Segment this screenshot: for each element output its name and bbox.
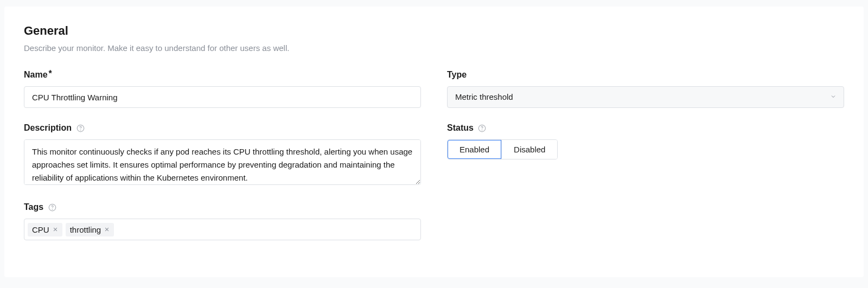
svg-point-3 xyxy=(52,209,53,209)
type-select[interactable]: Metric threshold xyxy=(447,86,844,108)
description-field-group: Description xyxy=(24,123,421,187)
question-circle-icon[interactable] xyxy=(48,203,56,212)
form-col-left: Name* Description Tags xyxy=(24,70,421,255)
section-title: General xyxy=(24,24,844,38)
type-label-row: Type xyxy=(447,70,844,80)
svg-point-1 xyxy=(80,130,81,130)
description-textarea[interactable] xyxy=(24,139,421,185)
status-field-group: Status Enabled Disabled xyxy=(447,123,844,159)
description-label: Description xyxy=(24,123,72,133)
name-label: Name* xyxy=(24,70,52,80)
tag-chip: CPU xyxy=(28,223,62,236)
tags-field-group: Tags CPU throttling xyxy=(24,202,421,240)
tag-chip-label: throttling xyxy=(70,225,101,234)
type-label: Type xyxy=(447,70,467,80)
name-label-row: Name* xyxy=(24,70,421,80)
tag-chip-label: CPU xyxy=(32,225,49,234)
status-disabled-button[interactable]: Disabled xyxy=(501,140,557,159)
question-circle-icon[interactable] xyxy=(76,124,85,132)
form-row: Name* Description Tags xyxy=(24,70,844,255)
required-indicator: * xyxy=(49,69,52,78)
svg-point-5 xyxy=(482,130,483,130)
general-section-card: General Describe your monitor. Make it e… xyxy=(4,7,864,277)
close-icon[interactable] xyxy=(104,227,110,232)
type-select-value: Metric threshold xyxy=(447,86,844,108)
tags-input[interactable]: CPU throttling xyxy=(24,219,421,240)
name-input[interactable] xyxy=(24,86,421,108)
status-label-row: Status xyxy=(447,123,844,133)
status-label: Status xyxy=(447,123,474,133)
close-icon[interactable] xyxy=(53,227,58,232)
status-enabled-button[interactable]: Enabled xyxy=(448,140,501,159)
tags-label: Tags xyxy=(24,202,43,212)
status-toggle: Enabled Disabled xyxy=(447,139,558,159)
description-label-row: Description xyxy=(24,123,421,133)
form-col-right: Type Metric threshold Status xyxy=(447,70,844,255)
name-field-group: Name* xyxy=(24,70,421,108)
tags-label-row: Tags xyxy=(24,202,421,212)
question-circle-icon[interactable] xyxy=(478,124,487,132)
tag-chip: throttling xyxy=(66,223,114,236)
section-subtitle: Describe your monitor. Make it easy to u… xyxy=(24,43,844,53)
type-field-group: Type Metric threshold xyxy=(447,70,844,108)
